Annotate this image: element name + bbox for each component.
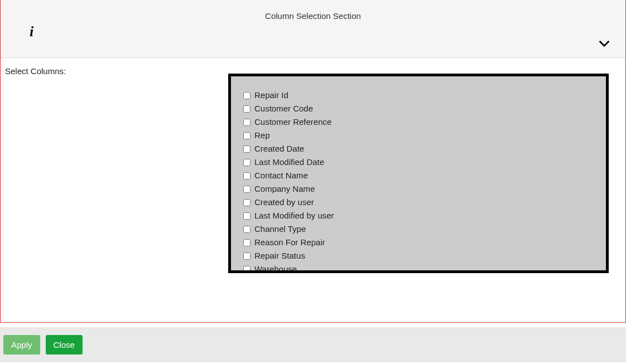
column-option[interactable]: Last Modified by user: [243, 209, 597, 222]
column-checkbox[interactable]: [243, 159, 251, 166]
column-label: Customer Reference: [254, 115, 331, 129]
column-label: Customer Code: [254, 102, 313, 115]
column-label: Rep: [254, 129, 270, 142]
column-label: Warehouse: [254, 263, 297, 270]
close-button[interactable]: Close: [46, 335, 83, 355]
column-checkbox[interactable]: [243, 266, 251, 271]
column-checkbox[interactable]: [243, 105, 251, 113]
column-selection-panel: Column Selection Section i Select Column…: [0, 0, 626, 323]
column-option[interactable]: Reason For Repair: [243, 236, 597, 249]
column-option[interactable]: Company Name: [243, 182, 597, 196]
column-label: Contact Name: [254, 169, 308, 182]
chevron-down-icon[interactable]: [599, 40, 610, 51]
column-checkbox[interactable]: [243, 132, 251, 139]
column-option[interactable]: Customer Code: [243, 102, 597, 115]
column-label: Last Modified Date: [254, 156, 324, 169]
column-list[interactable]: Repair IdCustomer CodeCustomer Reference…: [231, 76, 606, 270]
column-checkbox[interactable]: [243, 145, 251, 153]
column-option[interactable]: Warehouse: [243, 263, 597, 270]
column-option[interactable]: Created by user: [243, 196, 597, 209]
column-label: Channel Type: [254, 222, 306, 236]
column-option[interactable]: Customer Reference: [243, 115, 597, 129]
column-checkbox[interactable]: [243, 253, 251, 260]
footer-bar: Apply Close: [0, 327, 626, 362]
panel-title: Column Selection Section: [1, 0, 625, 21]
column-label: Created Date: [254, 142, 304, 156]
column-option[interactable]: Channel Type: [243, 222, 597, 236]
apply-button[interactable]: Apply: [3, 335, 40, 355]
column-checkbox[interactable]: [243, 92, 251, 99]
panel-body: Select Columns: Repair IdCustomer CodeCu…: [1, 58, 625, 322]
column-checkbox[interactable]: [243, 186, 251, 193]
column-label: Reason For Repair: [254, 236, 325, 249]
column-option[interactable]: Last Modified Date: [243, 156, 597, 169]
column-checkbox[interactable]: [243, 119, 251, 126]
column-checkbox[interactable]: [243, 226, 251, 233]
column-checkbox[interactable]: [243, 212, 251, 220]
column-label: Created by user: [254, 196, 314, 209]
panel-header: Column Selection Section i: [1, 0, 625, 58]
column-label: Repair Id: [254, 89, 288, 102]
column-label: Company Name: [254, 182, 315, 196]
column-option[interactable]: Repair Id: [243, 89, 597, 102]
column-label: Repair Status: [254, 249, 305, 263]
column-option[interactable]: Repair Status: [243, 249, 597, 263]
select-columns-label: Select Columns:: [5, 66, 66, 76]
column-option[interactable]: Contact Name: [243, 169, 597, 182]
column-option[interactable]: Rep: [243, 129, 597, 142]
column-option[interactable]: Created Date: [243, 142, 597, 156]
column-checkbox[interactable]: [243, 239, 251, 246]
column-checkbox[interactable]: [243, 172, 251, 179]
column-checkbox[interactable]: [243, 199, 251, 206]
column-list-container: Repair IdCustomer CodeCustomer Reference…: [228, 74, 609, 273]
column-label: Last Modified by user: [254, 209, 334, 222]
info-icon[interactable]: i: [30, 23, 33, 40]
